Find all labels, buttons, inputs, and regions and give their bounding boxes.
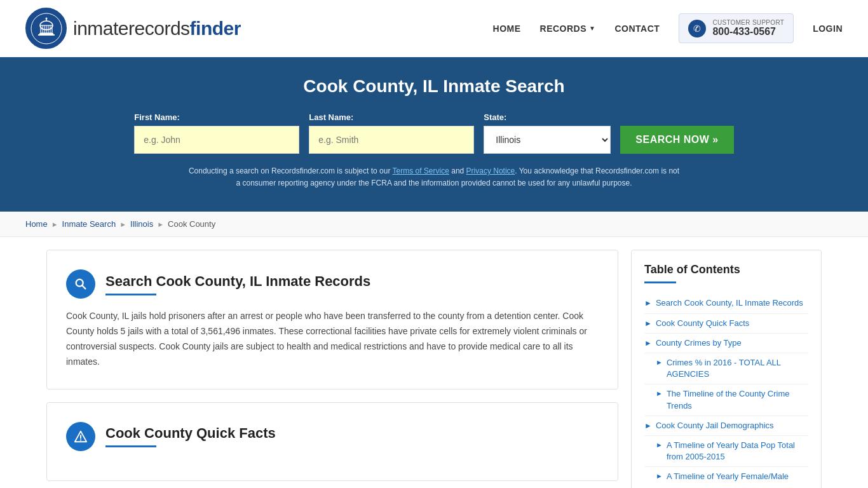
toc-box: Table of Contents ► Search Cook County, … — [631, 250, 822, 488]
toc-item-3: ► County Crimes by Type — [644, 334, 808, 353]
last-name-group: Last Name: — [309, 112, 474, 154]
toc-link-7[interactable]: A Timeline of Yearly Data Pop Total from… — [667, 440, 808, 463]
site-header: inmaterecordsfinder HOME RECORDS ▼ CONTA… — [0, 0, 868, 57]
toc-item-8: ► A Timeline of Yearly Female/Male — [644, 467, 808, 486]
state-group: State: Illinois Alabama Alaska Arizona C… — [484, 112, 611, 154]
main-content: Search Cook County, IL Inmate Records Co… — [27, 237, 841, 488]
section1-header: Search Cook County, IL Inmate Records — [66, 269, 599, 299]
toc-item-2: ► Cook County Quick Facts — [644, 314, 808, 334]
toc-title: Table of Contents — [644, 263, 808, 276]
terms-link[interactable]: Terms of Service — [393, 166, 449, 175]
records-chevron-icon: ▼ — [589, 25, 595, 32]
toc-link-4[interactable]: Crimes % in 2016 - TOTAL ALL AGENCIES — [667, 357, 808, 380]
breadcrumb-illinois[interactable]: Illinois — [130, 219, 153, 229]
hero-section: Cook County, IL Inmate Search First Name… — [0, 57, 868, 212]
toc-item-5: ► The Timeline of the County Crime Trend… — [644, 384, 808, 416]
svg-rect-11 — [38, 34, 55, 36]
toc-chevron-4: ► — [656, 358, 663, 366]
breadcrumb: Home ► Inmate Search ► Illinois ► Cook C… — [0, 212, 868, 237]
right-sidebar: Table of Contents ► Search Cook County, … — [631, 250, 822, 488]
section2-title: Cook County Quick Facts — [105, 425, 276, 442]
toc-item-7: ► A Timeline of Yearly Data Pop Total fr… — [644, 436, 808, 467]
toc-chevron-1: ► — [644, 299, 652, 308]
toc-item-1: ► Search Cook County, IL Inmate Records — [644, 294, 808, 313]
phone-icon: ✆ — [688, 20, 706, 37]
svg-point-3 — [45, 17, 47, 19]
nav-contact[interactable]: CONTACT — [614, 24, 660, 34]
toc-chevron-7: ► — [656, 441, 663, 449]
first-name-label: First Name: — [134, 112, 299, 122]
toc-chevron-8: ► — [656, 472, 663, 480]
toc-link-6[interactable]: Cook County Jail Demographics — [656, 420, 774, 431]
customer-support-box: ✆ CUSTOMER SUPPORT 800-433-0567 — [679, 13, 794, 43]
last-name-input[interactable] — [309, 126, 474, 154]
section1-body: Cook County, IL jails hold prisoners aft… — [66, 309, 599, 369]
breadcrumb-sep-3: ► — [157, 220, 164, 228]
logo-area: inmaterecordsfinder — [25, 8, 241, 49]
nav-home[interactable]: HOME — [493, 24, 521, 34]
state-label: State: — [484, 112, 611, 122]
privacy-link[interactable]: Privacy Notice — [466, 166, 515, 175]
support-label: CUSTOMER SUPPORT — [712, 19, 784, 26]
section2-title-block: Cook County Quick Facts — [105, 425, 276, 447]
breadcrumb-sep-2: ► — [119, 220, 126, 228]
svg-line-14 — [82, 286, 85, 289]
info-icon — [66, 422, 95, 451]
search-form: First Name: Last Name: State: Illinois A… — [148, 112, 720, 154]
section-search-records: Search Cook County, IL Inmate Records Co… — [46, 250, 618, 389]
svg-point-17 — [80, 439, 81, 440]
breadcrumb-home[interactable]: Home — [25, 219, 48, 229]
first-name-group: First Name: — [134, 112, 299, 154]
first-name-input[interactable] — [134, 126, 299, 154]
toc-list: ► Search Cook County, IL Inmate Records … — [644, 294, 808, 486]
section2-underline — [105, 445, 156, 447]
section1-underline — [105, 294, 156, 295]
toc-link-8[interactable]: A Timeline of Yearly Female/Male — [667, 471, 789, 482]
toc-link-2[interactable]: Cook County Quick Facts — [656, 318, 749, 329]
logo-text: inmaterecordsfinder — [73, 18, 241, 39]
toc-item-6: ► Cook County Jail Demographics — [644, 416, 808, 436]
search-now-button[interactable]: SEARCH NOW » — [620, 126, 733, 154]
nav-records[interactable]: RECORDS ▼ — [540, 24, 596, 34]
breadcrumb-cook-county: Cook County — [168, 219, 215, 229]
toc-chevron-2: ► — [644, 319, 652, 328]
toc-divider — [644, 281, 676, 283]
state-select[interactable]: Illinois Alabama Alaska Arizona Californ… — [484, 126, 611, 154]
section-quick-facts: Cook County Quick Facts — [46, 402, 618, 481]
svg-rect-10 — [39, 33, 53, 34]
toc-chevron-3: ► — [644, 339, 652, 348]
last-name-label: Last Name: — [309, 112, 474, 122]
breadcrumb-sep-1: ► — [51, 220, 58, 228]
main-nav: HOME RECORDS ▼ CONTACT ✆ CUSTOMER SUPPOR… — [493, 13, 843, 43]
toc-link-5[interactable]: The Timeline of the County Crime Trends — [667, 388, 808, 411]
toc-link-3[interactable]: County Crimes by Type — [656, 337, 742, 349]
section2-header: Cook County Quick Facts — [66, 422, 599, 451]
support-number: 800-433-0567 — [712, 26, 784, 37]
hero-disclaimer: Conducting a search on Recordsfinder.com… — [186, 165, 682, 189]
login-button[interactable]: LOGIN — [813, 24, 843, 34]
toc-link-1[interactable]: Search Cook County, IL Inmate Records — [656, 297, 803, 309]
section1-title-block: Search Cook County, IL Inmate Records — [105, 273, 370, 295]
breadcrumb-inmate-search[interactable]: Inmate Search — [62, 219, 116, 229]
toc-chevron-6: ► — [644, 421, 652, 430]
left-content: Search Cook County, IL Inmate Records Co… — [46, 250, 618, 488]
logo-icon — [25, 8, 67, 49]
hero-title: Cook County, IL Inmate Search — [25, 76, 843, 97]
toc-item-4: ► Crimes % in 2016 - TOTAL ALL AGENCIES — [644, 353, 808, 384]
toc-chevron-5: ► — [656, 390, 663, 397]
support-text: CUSTOMER SUPPORT 800-433-0567 — [712, 19, 784, 37]
search-icon — [66, 269, 95, 299]
section1-title: Search Cook County, IL Inmate Records — [105, 273, 370, 290]
